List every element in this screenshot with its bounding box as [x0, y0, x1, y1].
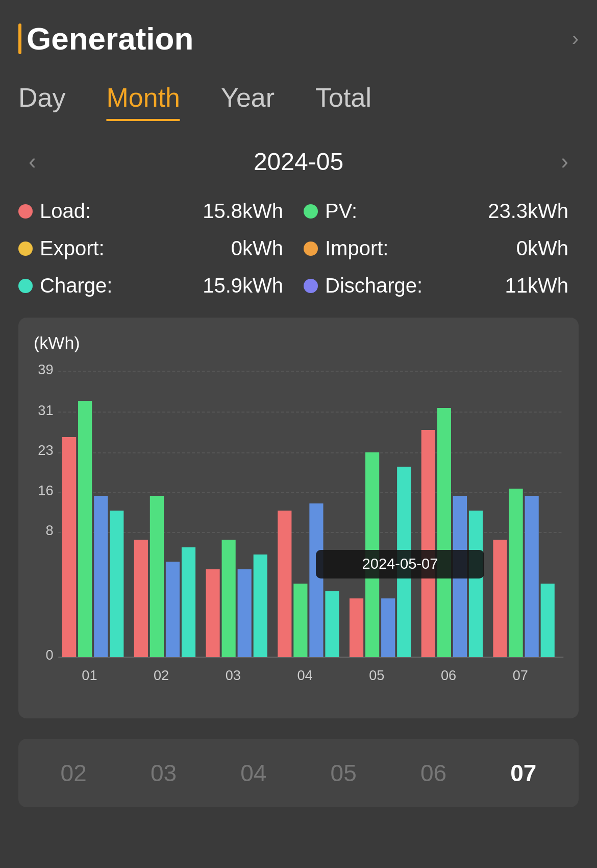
chart-container: (kWh) 39 31 23 16 8 0 — [18, 318, 579, 718]
pv-value: 23.3kWh — [488, 200, 579, 223]
svg-text:05: 05 — [369, 667, 384, 683]
bar-04-pv — [293, 584, 307, 657]
bottom-nav-07[interactable]: 07 — [500, 754, 546, 792]
chart-unit-label: (kWh) — [29, 333, 568, 353]
import-value: 0kWh — [516, 237, 579, 260]
bar-01-pv — [78, 401, 92, 657]
bottom-nav-02[interactable]: 02 — [51, 754, 97, 792]
stat-pv: PV: 23.3kWh — [304, 200, 579, 223]
bar-01-load — [62, 437, 76, 657]
page: Generation › Day Month Year Total ‹ 2024… — [0, 0, 597, 868]
bar-02-pv — [150, 496, 164, 657]
svg-text:01: 01 — [82, 667, 97, 683]
bar-03-pv — [222, 540, 236, 657]
next-period-button[interactable]: › — [551, 143, 579, 179]
svg-text:0: 0 — [45, 647, 53, 663]
header-left: Generation — [18, 20, 193, 57]
import-label: Import: — [325, 237, 388, 260]
bottom-nav-05[interactable]: 05 — [320, 754, 367, 792]
bar-04-discharge — [309, 503, 323, 657]
export-value: 0kWh — [231, 237, 293, 260]
load-dot — [18, 204, 33, 219]
load-value: 15.8kWh — [203, 200, 293, 223]
bar-06-pv — [437, 408, 451, 657]
bottom-nav-03[interactable]: 03 — [140, 754, 187, 792]
tab-day[interactable]: Day — [18, 77, 86, 121]
page-title: Generation — [27, 20, 193, 57]
bar-07-load — [493, 540, 507, 657]
bar-03-discharge — [238, 569, 252, 657]
export-label: Export: — [40, 237, 105, 260]
bar-06-charge — [469, 511, 483, 657]
stat-charge: Charge: 15.9kWh — [18, 274, 293, 297]
pv-dot — [304, 204, 318, 219]
charge-value: 15.9kWh — [203, 274, 293, 297]
svg-text:04: 04 — [297, 667, 313, 683]
bar-03-load — [206, 569, 219, 657]
bar-chart: 39 31 23 16 8 0 01 — [29, 361, 568, 708]
prev-period-button[interactable]: ‹ — [18, 143, 46, 179]
svg-text:02: 02 — [154, 667, 169, 683]
tab-year[interactable]: Year — [201, 77, 295, 121]
pv-label: PV: — [325, 200, 357, 223]
bar-07-charge — [541, 584, 555, 657]
svg-text:16: 16 — [38, 483, 53, 498]
tooltip-text: 2024-05-07 — [362, 555, 438, 572]
discharge-label: Discharge: — [325, 274, 422, 297]
bar-01-charge — [110, 511, 123, 657]
bar-02-charge — [182, 547, 195, 657]
bottom-nav-06[interactable]: 06 — [410, 754, 457, 792]
bottom-nav-04[interactable]: 04 — [230, 754, 277, 792]
bar-04-load — [278, 511, 291, 657]
svg-text:39: 39 — [38, 361, 53, 377]
stat-export: Export: 0kWh — [18, 237, 293, 260]
period-nav: ‹ 2024-05 › — [18, 143, 579, 179]
discharge-dot — [304, 279, 318, 293]
stat-import: Import: 0kWh — [304, 237, 579, 260]
header-chevron-right[interactable]: › — [572, 27, 579, 50]
orange-accent-bar — [18, 23, 21, 54]
bar-06-load — [421, 430, 435, 657]
charge-label: Charge: — [40, 274, 112, 297]
chart-area: 39 31 23 16 8 0 01 — [29, 361, 568, 708]
export-dot — [18, 242, 33, 256]
svg-text:8: 8 — [45, 522, 53, 538]
tab-total[interactable]: Total — [295, 77, 392, 121]
bar-04-charge — [325, 591, 339, 657]
bottom-nav: 02 03 04 05 06 07 — [18, 739, 579, 807]
svg-text:07: 07 — [513, 667, 528, 683]
svg-text:23: 23 — [38, 442, 53, 458]
tabs-bar: Day Month Year Total — [18, 77, 579, 121]
svg-text:31: 31 — [38, 402, 53, 418]
stat-load: Load: 15.8kWh — [18, 200, 293, 223]
charge-dot — [18, 279, 33, 293]
stat-discharge: Discharge: 11kWh — [304, 274, 579, 297]
bar-07-discharge — [525, 496, 539, 657]
bar-03-charge — [254, 554, 267, 657]
bar-02-load — [134, 540, 148, 657]
bar-07-pv — [509, 489, 523, 657]
bar-02-discharge — [166, 562, 180, 657]
bar-01-discharge — [94, 496, 108, 657]
tab-month[interactable]: Month — [86, 77, 201, 121]
svg-text:06: 06 — [441, 667, 456, 683]
load-label: Load: — [40, 200, 91, 223]
bar-05-load — [350, 598, 363, 657]
import-dot — [304, 242, 318, 256]
stats-grid: Load: 15.8kWh PV: 23.3kWh Export: 0kWh I… — [18, 200, 579, 297]
current-period: 2024-05 — [254, 148, 343, 176]
discharge-value: 11kWh — [505, 274, 579, 297]
svg-text:03: 03 — [226, 667, 241, 683]
bar-05-discharge — [381, 598, 395, 657]
header: Generation › — [18, 20, 579, 57]
